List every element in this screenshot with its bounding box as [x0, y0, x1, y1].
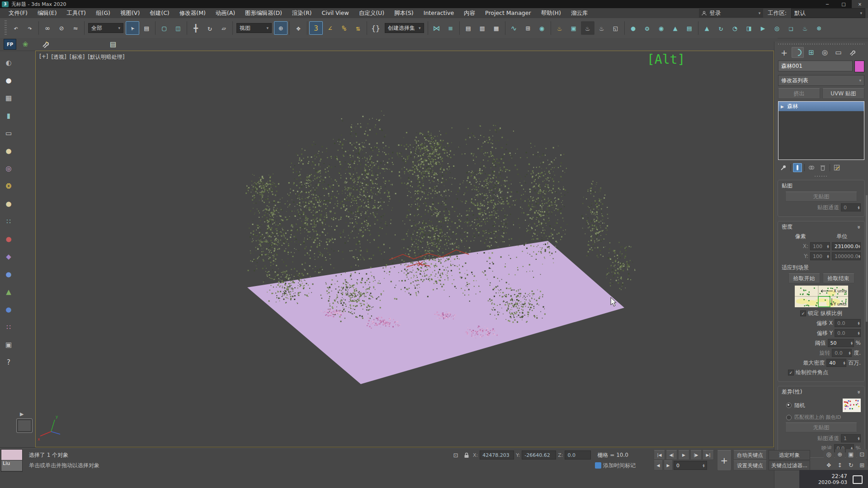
close-button[interactable]: ×: [852, 0, 868, 8]
drop-icon[interactable]: ●: [3, 233, 14, 245]
auto-key-button[interactable]: 自动关键点: [733, 450, 767, 460]
tools-wrench-icon[interactable]: [40, 39, 51, 49]
sphere-icon[interactable]: ●: [3, 145, 14, 157]
dots-icon[interactable]: ∷: [3, 321, 14, 333]
menu-item[interactable]: 编辑(E): [33, 9, 62, 17]
add-time-tag[interactable]: 添加时间标记: [603, 462, 636, 469]
viewport-menu-standard[interactable]: [标准]: [70, 53, 85, 61]
x-units-field[interactable]: 231000.0▲▼: [832, 242, 861, 250]
modify-tab[interactable]: [792, 47, 804, 58]
forest-library-icon[interactable]: ▤: [108, 39, 118, 49]
uvw-map-button[interactable]: UVW 贴图: [822, 88, 864, 99]
cylinder-icon[interactable]: ▮: [3, 110, 14, 122]
y-coord-field[interactable]: -26640.62: [522, 450, 556, 460]
diversity-no-map-button[interactable]: 无贴图: [785, 422, 857, 432]
ball-icon[interactable]: ●: [3, 198, 14, 210]
select-link-icon[interactable]: ∞: [41, 21, 54, 35]
viewport-menu-shading[interactable]: [默认明暗处理]: [88, 53, 124, 61]
camera-icon[interactable]: ◎: [770, 21, 784, 35]
pearl-icon[interactable]: ●: [3, 304, 14, 315]
teapot-icon[interactable]: ♨: [798, 21, 812, 35]
tree-tool-icon[interactable]: ▲: [700, 21, 714, 35]
diversity-channel-field[interactable]: 1▲▼: [841, 434, 861, 442]
menu-item[interactable]: 工具(T): [62, 9, 91, 17]
menu-item[interactable]: 内容: [459, 9, 480, 17]
zoom-all-icon[interactable]: ⊕: [835, 449, 845, 459]
forest-pack-button[interactable]: FP: [4, 39, 16, 50]
state-sets-icon[interactable]: ◱: [609, 21, 623, 35]
ring-icon[interactable]: ◎: [3, 163, 14, 174]
forest-tree-icon[interactable]: ▲: [669, 21, 682, 35]
map-channel-field[interactable]: 0▲▼: [841, 203, 861, 211]
configure-modifier-sets-icon[interactable]: [832, 163, 841, 172]
refresh-icon[interactable]: ↻: [714, 21, 728, 35]
menu-item[interactable]: 组(G): [91, 9, 115, 17]
map-rollout-title[interactable]: 贴图: [782, 182, 793, 190]
pick-start-button[interactable]: 拾取开始: [788, 273, 820, 283]
modifier-list-dropdown[interactable]: 修改器列表 ▾: [778, 75, 864, 86]
crossing-select-icon[interactable]: ◫: [171, 21, 185, 35]
named-sets-icon[interactable]: {}: [369, 21, 382, 35]
x-coord-field[interactable]: 42478.203: [480, 450, 514, 460]
forest-object-icon[interactable]: ❀: [20, 39, 31, 49]
marble-icon[interactable]: ●: [3, 268, 14, 280]
menu-item[interactable]: 文件(F): [4, 9, 33, 17]
spinner[interactable]: ▲▼: [858, 206, 859, 209]
material-editor-icon[interactable]: ◉: [535, 21, 549, 35]
menu-item[interactable]: 修改器(M): [175, 9, 211, 17]
offset-x-field[interactable]: 0.0▲▼: [835, 319, 861, 327]
lock-aspect-checkbox[interactable]: ✓: [800, 310, 806, 316]
select-by-name-icon[interactable]: ▤: [140, 21, 153, 35]
perspective-viewport[interactable]: [+] [透视] [标准] [默认明暗处理] [Alt] x y: [35, 51, 774, 447]
modifier-stack[interactable]: ▶ 森林: [778, 101, 864, 160]
maximize-button[interactable]: □: [835, 0, 852, 8]
rect-region-icon[interactable]: ▢: [157, 21, 171, 35]
video-icon[interactable]: ▶: [756, 21, 770, 35]
rendered-frame-icon[interactable]: ▣: [567, 21, 580, 35]
motion-tab[interactable]: ◎: [819, 47, 831, 58]
menu-item[interactable]: 自定义(U): [354, 9, 389, 17]
y-units-field[interactable]: 100000.0▲▼: [832, 252, 861, 260]
swirl-icon[interactable]: ◐: [3, 57, 14, 69]
scene-explorer-icon[interactable]: ▥: [476, 21, 489, 35]
macro-recorder-line[interactable]: [1, 450, 22, 460]
rotate-field[interactable]: 0.0▲▼: [832, 349, 852, 357]
key-selected-dropdown[interactable]: 选定对象: [769, 450, 810, 460]
menu-item[interactable]: 帮助(H): [536, 9, 566, 17]
menu-item[interactable]: 创建(C): [145, 9, 174, 17]
maxscript-mini-listener[interactable]: Liu: [1, 449, 23, 472]
snap-toggle-icon[interactable]: 3: [309, 21, 323, 35]
character-tools-icon[interactable]: ◉: [655, 21, 668, 35]
panel-drag-handle[interactable]: [778, 42, 864, 46]
select-object-icon[interactable]: ➤: [126, 21, 139, 35]
set-key-button[interactable]: +: [717, 450, 731, 471]
scatter-icon[interactable]: ∷: [3, 216, 14, 227]
collapse-chevron-icon[interactable]: »: [856, 225, 862, 229]
utilities-tab[interactable]: [846, 47, 858, 58]
current-frame-field[interactable]: 0▲▼: [674, 461, 707, 470]
goto-end-button[interactable]: ▶|: [703, 450, 714, 460]
zoom-extents-icon[interactable]: ▣: [846, 449, 856, 459]
menu-item[interactable]: 溜云库: [566, 9, 593, 17]
render-iterative-icon[interactable]: ♨: [595, 21, 609, 35]
help-icon[interactable]: ?: [3, 357, 14, 368]
prev-frame-button[interactable]: ◀|: [666, 450, 677, 460]
menu-item[interactable]: Interactive: [419, 9, 459, 17]
panel-scrollbar[interactable]: [866, 195, 868, 466]
goto-start-button[interactable]: |◀: [654, 450, 665, 460]
render-production-icon[interactable]: ♨: [581, 21, 594, 35]
plane-icon[interactable]: ▭: [3, 127, 14, 139]
display-tab[interactable]: ▭: [832, 47, 844, 58]
ref-coord-dropdown[interactable]: 视图▾: [236, 23, 272, 33]
sun-icon[interactable]: ❂: [3, 180, 14, 192]
curve-editor-icon[interactable]: ∿: [507, 21, 521, 35]
match-colorid-radio[interactable]: [786, 415, 792, 420]
hierarchy-tab[interactable]: ⊞: [805, 47, 817, 58]
max-density-field[interactable]: 40▲▼: [826, 359, 846, 367]
zoom-region-icon[interactable]: ⊡: [857, 449, 868, 459]
stack-item-forest[interactable]: ▶ 森林: [778, 102, 864, 111]
object-name-field[interactable]: 森林001: [778, 61, 853, 71]
minimize-button[interactable]: ─: [819, 0, 835, 8]
stack-expand-icon[interactable]: ▶: [781, 104, 784, 109]
menu-item[interactable]: Project Manager: [480, 9, 536, 17]
